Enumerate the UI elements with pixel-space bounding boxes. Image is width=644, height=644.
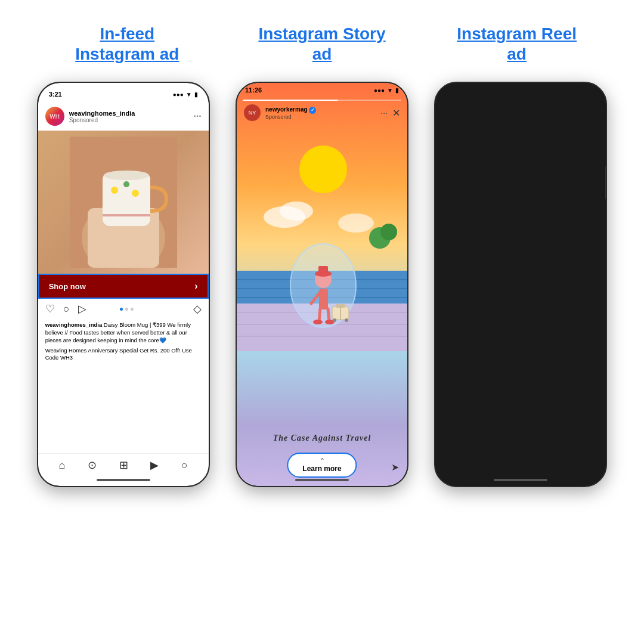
user-info: weavinghomes_india Sponsored [69, 110, 189, 123]
learn-more-label: Learn more [302, 465, 341, 473]
svg-point-12 [338, 213, 374, 233]
svg-line-27 [319, 309, 320, 321]
svg-rect-32 [318, 266, 328, 274]
shop-now-label: Shop now [49, 282, 86, 291]
svg-point-6 [132, 190, 139, 197]
shop-now-button[interactable]: Shop now › [38, 274, 209, 299]
dot-1 [120, 308, 123, 311]
svg-point-4 [111, 187, 118, 194]
phone1-home-indicator [97, 479, 150, 481]
caption-username: weavinghomes_india [45, 321, 103, 328]
learn-more-button[interactable]: ⌃ Learn more [287, 453, 357, 478]
svg-point-36 [333, 318, 336, 322]
story-svg [237, 134, 407, 420]
phone-reel: SNITCH 1:13 ●●● ▼ ▮ ⊡ « Swipe to view we… [434, 82, 607, 487]
svg-rect-38 [249, 348, 398, 378]
story-share-icon[interactable]: ➤ [391, 462, 399, 473]
story-title: The Case Against Travel [237, 434, 407, 443]
labels-row: In-feedInstagram ad Instagram Storyad In… [18, 24, 626, 64]
label-reel: Instagram Reelad [434, 24, 600, 64]
nav-reels-icon[interactable]: ▶ [150, 459, 159, 472]
phone1-time: 3:21 [49, 91, 62, 98]
svg-point-37 [345, 318, 348, 322]
dot-2 [125, 308, 128, 311]
story-close-button[interactable]: ✕ [392, 107, 400, 119]
phone-infeed: 3:21 ●●● ▼ ▮ WH weavinghomes_india Spons… [37, 82, 210, 487]
sponsored-label: Sponsored [69, 117, 189, 123]
phones-row: 3:21 ●●● ▼ ▮ WH weavinghomes_india Spons… [18, 82, 626, 487]
svg-rect-8 [103, 214, 150, 216]
phone2-screen: 11:26 ●●● ▼ ▮ NY newyorkerm [237, 83, 407, 486]
svg-point-29 [313, 320, 323, 324]
username: weavinghomes_india [69, 110, 189, 117]
phone1-signal-icon: ●●● [173, 91, 184, 98]
story-avatar: NY [244, 104, 261, 121]
dot-3 [131, 308, 134, 311]
caption-line1: weavinghomes_india Daisy Bloom Mug | ₹39… [45, 321, 202, 344]
svg-point-11 [280, 202, 313, 221]
like-icon[interactable]: ♡ [45, 302, 55, 315]
phone2-home-indicator [295, 479, 349, 481]
phone1-status-icons: ●●● ▼ ▮ [173, 91, 198, 98]
nav-home-icon[interactable]: ⌂ [58, 459, 65, 472]
label-infeed: In-feedInstagram ad [44, 24, 210, 64]
bookmark-icon[interactable]: ◇ [193, 302, 202, 315]
story-username: newyorkermag ✓ [265, 106, 376, 114]
story-username-text: newyorkermag [265, 106, 308, 113]
svg-point-5 [123, 181, 129, 187]
pagination-dots [120, 308, 134, 311]
label-story: Instagram Storyad [239, 24, 405, 64]
comment-icon[interactable]: ○ [63, 303, 70, 315]
story-user-info: newyorkermag ✓ Sponsored [265, 106, 376, 120]
svg-point-7 [104, 171, 149, 180]
nav-add-icon[interactable]: ⊞ [119, 459, 128, 472]
more-button[interactable]: ··· [193, 111, 201, 122]
post-header: WH weavinghomes_india Sponsored ··· [38, 102, 209, 131]
verified-badge: ✓ [309, 107, 316, 114]
story-header: NY newyorkermag ✓ Sponsored ··· ✕ [237, 83, 407, 126]
post-caption: weavinghomes_india Daisy Bloom Mug | ₹39… [38, 319, 209, 367]
story-more-button[interactable]: ··· [380, 108, 388, 117]
post-image-svg [70, 137, 177, 268]
svg-point-9 [299, 145, 347, 193]
svg-rect-3 [103, 172, 150, 226]
phone1-status-bar: 3:21 ●●● ▼ ▮ [38, 83, 209, 102]
share-icon[interactable]: ▷ [78, 302, 86, 315]
story-sponsored: Sponsored [265, 114, 376, 120]
svg-point-14 [380, 224, 397, 240]
user-avatar: WH [45, 107, 64, 126]
phone1-battery-icon: ▮ [194, 91, 198, 98]
learn-more-chevron: ⌃ [320, 457, 324, 464]
nav-profile-icon[interactable]: ○ [181, 459, 188, 472]
shop-now-arrow: › [194, 281, 197, 292]
story-illustration [237, 134, 407, 450]
page-container: In-feedInstagram ad Instagram Storyad In… [0, 0, 644, 644]
bottom-nav: ⌂ ⊙ ⊞ ▶ ○ [38, 453, 209, 476]
post-image [38, 131, 209, 274]
share-arrow-icon: ➤ [391, 462, 399, 472]
caption-line2: Weaving Homes Anniversary Special Get Rs… [45, 347, 202, 363]
actions-bar: ♡ ○ ▷ ◇ [38, 299, 209, 319]
phone3-home-indicator [494, 479, 547, 481]
nav-search-icon[interactable]: ⊙ [88, 459, 97, 472]
svg-line-28 [328, 309, 329, 321]
phone1-screen: 3:21 ●●● ▼ ▮ WH weavinghomes_india Spons… [38, 83, 209, 486]
svg-rect-25 [319, 289, 328, 309]
phone-story: 11:26 ●●● ▼ ▮ NY newyorkerm [236, 82, 408, 487]
phone1-wifi-icon: ▼ [186, 91, 192, 98]
